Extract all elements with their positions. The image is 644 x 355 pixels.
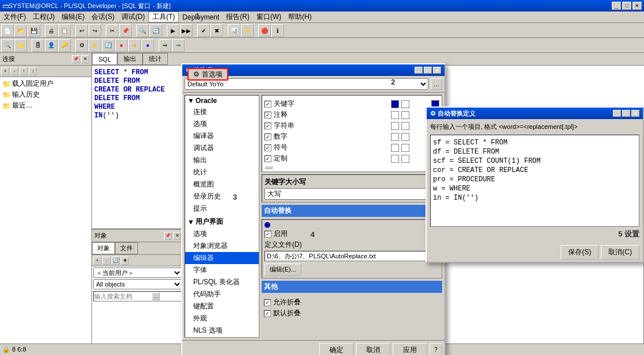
menu-edit[interactable]: 编辑(E) — [58, 12, 88, 22]
menu-help[interactable]: 帮助(H) — [285, 12, 315, 22]
cb-comment[interactable]: ✓ — [264, 112, 271, 119]
tb2-arrow1[interactable]: ➡ — [159, 39, 171, 52]
tb-new[interactable]: 📄 — [1, 24, 14, 37]
obj-close[interactable]: ✕ — [173, 232, 181, 240]
tree-hints[interactable]: 提示 — [185, 203, 259, 215]
minimize-button[interactable]: _ — [612, 2, 621, 10]
tree-compiler[interactable]: 编译器 — [185, 130, 259, 142]
ok-button[interactable]: 确定 — [319, 343, 354, 355]
menu-project[interactable]: 工程(J) — [29, 12, 58, 22]
tree-editor[interactable]: 编辑器 — [185, 252, 259, 264]
conn-item-recent[interactable]: 📁 最近… — [1, 100, 90, 111]
tb2-arrow2[interactable]: ⇒ — [172, 39, 185, 52]
cancel-button[interactable]: 取消 — [356, 343, 390, 355]
tb-paste[interactable]: 📌 — [119, 24, 132, 37]
tb2-blue[interactable]: ● — [141, 39, 154, 52]
preferences-highlight-button[interactable]: ⚙ 首选项 — [187, 68, 228, 81]
profile-options-button[interactable]: … — [431, 78, 442, 90]
tree-nls[interactable]: NLS 选项 — [185, 325, 259, 337]
autoreplace-code-area[interactable]: sf = SELECT * FROM df = DELETE FROM scf … — [430, 135, 639, 227]
edit-autoreplace-button[interactable]: 编辑(E)... — [264, 264, 301, 276]
apply-button[interactable]: 应用 — [393, 343, 427, 355]
tree-code-assist[interactable]: 代码助手 — [185, 288, 259, 300]
kw-case-select[interactable]: 大写 — [264, 188, 439, 200]
tb2-user[interactable]: 👤 — [45, 39, 57, 52]
cb-allow-fold[interactable]: ✓ — [264, 299, 271, 306]
tab-stats[interactable]: 统计 — [143, 53, 168, 65]
tb-explain[interactable]: 📊 — [228, 24, 240, 37]
tb-rollback[interactable]: ✖ — [210, 24, 223, 37]
tb-copy[interactable]: 📋 — [58, 24, 71, 37]
tb2-search[interactable]: 🔍 — [1, 39, 14, 52]
tb-open[interactable]: 📂 — [14, 24, 27, 37]
tb-db1[interactable]: 🔴 — [258, 24, 271, 37]
all-objects-select[interactable]: All objects — [93, 279, 182, 289]
dialog-maximize[interactable]: □ — [424, 67, 432, 74]
obj-tb1[interactable]: + — [93, 257, 101, 265]
tree-key-config[interactable]: 键配置 — [185, 300, 259, 312]
cb-string[interactable]: ✓ — [264, 123, 271, 129]
tb-auto[interactable]: ⚡ — [241, 24, 254, 37]
conn-close[interactable]: ✕ — [81, 55, 89, 63]
menu-deployment[interactable]: Deployment — [179, 12, 223, 22]
cb-default-fold[interactable]: ✓ — [264, 310, 271, 317]
conn-tb4[interactable]: ↓ — [29, 67, 37, 75]
tab-output[interactable]: 输出 — [117, 53, 143, 65]
tb2-gear[interactable]: ⚙ — [75, 39, 88, 52]
save-button[interactable]: 保存(S) — [561, 245, 599, 259]
tab-objects[interactable]: 对象 — [92, 242, 115, 254]
cb-enabled[interactable]: ✓ — [264, 231, 271, 238]
search-input[interactable] — [94, 293, 152, 300]
tb-redo[interactable]: ↪ — [89, 24, 101, 37]
tb-info[interactable]: ℹ — [271, 24, 284, 37]
conn-pin[interactable]: 📌 — [72, 55, 80, 63]
tb-find[interactable]: 🔍 — [136, 24, 149, 37]
tb-undo[interactable]: ↩ — [75, 24, 88, 37]
conn-item-history[interactable]: 📁 输入历史 — [1, 89, 90, 100]
conn-item-fixed[interactable]: 📁 载入固定用户 — [1, 78, 90, 89]
tab-files[interactable]: 文件 — [115, 242, 138, 254]
conn-tb1[interactable]: + — [1, 67, 9, 75]
tree-font[interactable]: 字体 — [185, 264, 259, 276]
dialog2-maximize[interactable]: □ — [622, 110, 630, 117]
tb2-red2[interactable]: ● — [128, 39, 141, 52]
tree-beautifier[interactable]: PL/SQL 美化器 — [185, 276, 259, 288]
tb-replace[interactable]: 🔄 — [150, 24, 162, 37]
menu-session[interactable]: 会话(S) — [88, 12, 118, 22]
obj-tb4[interactable]: ★ — [121, 257, 129, 265]
tree-obj-browser[interactable]: 对象浏览器 — [185, 240, 259, 252]
tab-sql[interactable]: SQL — [92, 53, 117, 65]
current-user-select[interactable]: ＜当前用户＞ — [93, 268, 182, 278]
conn-tb3[interactable]: ↑ — [20, 67, 28, 75]
tb-cut[interactable]: ✂ — [106, 24, 118, 37]
tree-overview[interactable]: 概览图 — [185, 178, 259, 190]
menu-window[interactable]: 窗口(W) — [253, 12, 285, 22]
tree-stats[interactable]: 统计 — [185, 166, 259, 178]
cb-number[interactable]: ✓ — [264, 133, 271, 140]
close-button[interactable]: ✕ — [632, 2, 642, 10]
cancel-button-2[interactable]: 取消(C) — [601, 245, 639, 259]
tree-connect[interactable]: 连接 — [185, 106, 259, 118]
cb-custom[interactable]: ✓ — [264, 155, 271, 162]
tb-commit[interactable]: ✔ — [197, 24, 210, 37]
dialog-close[interactable]: ✕ — [433, 67, 441, 74]
conn-tb2[interactable]: - — [10, 67, 18, 75]
cb-symbol[interactable]: ✓ — [264, 144, 271, 151]
tb2-star[interactable]: ⭐ — [14, 39, 27, 52]
search-go-button[interactable]: … — [152, 292, 160, 300]
tb-run[interactable]: ▶▶ — [180, 24, 193, 37]
tree-debugger[interactable]: 调试器 — [185, 142, 259, 154]
tree-output[interactable]: 输出 — [185, 154, 259, 166]
tree-appearance[interactable]: 外观 — [185, 312, 259, 325]
define-keywords-button[interactable] — [264, 166, 273, 169]
tb2-clear[interactable]: ⚡ — [89, 39, 101, 52]
menu-debug[interactable]: 调试(D) — [118, 12, 148, 22]
dialog2-close[interactable]: ✕ — [631, 110, 639, 117]
help-icon-btn[interactable]: ? — [430, 343, 442, 355]
menu-file[interactable]: 文件(F) — [0, 12, 29, 22]
menu-tools[interactable]: 工具(T) — [148, 12, 179, 22]
obj-tb3[interactable]: 🔄 — [112, 257, 120, 265]
dialog-minimize[interactable]: _ — [415, 67, 423, 74]
tb-save[interactable]: 💾 — [28, 24, 40, 37]
dialog2-minimize[interactable]: _ — [613, 110, 621, 117]
